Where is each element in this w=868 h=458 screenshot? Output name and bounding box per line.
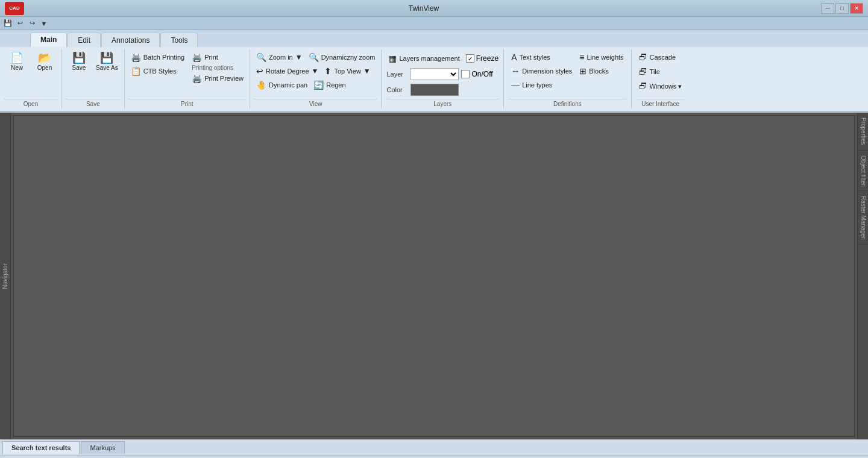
main-canvas[interactable] [13, 115, 855, 437]
open-section-label: Open [4, 99, 58, 107]
tab-annotations[interactable]: Annotations [101, 33, 160, 47]
blocks-icon: ⊞ [579, 66, 587, 76]
view-section-label: View [254, 99, 378, 107]
dynamic-zoom-button[interactable]: 🔍 Dynamiczny zoom [306, 51, 378, 64]
cascade-button[interactable]: 🗗 Cascade [637, 51, 685, 64]
top-view-button[interactable]: ⬆ Top View ▼ [322, 64, 373, 78]
toolbar-definitions-section: A Text styles ↔ Dimension styles — Line … [504, 49, 631, 108]
layer-select[interactable] [410, 68, 459, 80]
tab-bar: Main Edit Annotations Tools [0, 30, 868, 47]
tile-button[interactable]: 🗗 Tile [637, 65, 685, 78]
regen-icon: 🔄 [313, 80, 324, 90]
print-section-label: Print [128, 99, 246, 107]
definitions-section-label: Definitions [509, 99, 626, 107]
save-section-label: Save [66, 99, 121, 107]
bottom-tabs: Search text results Markups [0, 439, 868, 455]
freeze-label: Freeze [476, 54, 498, 63]
windows-button[interactable]: 🗗 Windows ▾ [637, 80, 685, 93]
batch-printing-button[interactable]: 🖨️ Batch Printing [128, 51, 187, 64]
toolbar-view-section: 🔍 Zoom in ▼ 🔍 Dynamiczny zoom ↩ Rotate D… [250, 49, 382, 108]
quick-access-toolbar: 💾 ↩ ↪ ▼ [0, 17, 868, 30]
text-styles-button[interactable]: A Text styles [509, 51, 574, 64]
window-controls: ─ □ ✕ [821, 3, 863, 14]
dynamic-zoom-icon: 🔍 [309, 52, 319, 62]
print-preview-icon: 🖨️ [192, 74, 202, 83]
tab-main[interactable]: Main [30, 33, 67, 47]
onoff-label: On/Off [471, 70, 492, 78]
save-button[interactable]: 💾 Save [66, 51, 92, 73]
color-row: Color [386, 83, 459, 97]
workspace: Navigator Properties Object filter Raste… [0, 113, 868, 439]
color-label: Color [386, 86, 408, 93]
toolbar-open-section: 📄 New 📂 Open Open [0, 49, 62, 108]
freeze-checkbox[interactable] [466, 54, 474, 63]
qa-dropdown-btn[interactable]: ▼ [39, 18, 49, 29]
right-panels: Properties Object filter Raster Manager [857, 113, 868, 439]
markups-tab[interactable]: Markups [81, 441, 124, 454]
close-button[interactable]: ✕ [850, 3, 863, 14]
open-icon: 📂 [38, 52, 51, 63]
toolbar-layers-section: ▦ Layers management Freeze Layer On/Off [382, 49, 504, 108]
tab-edit[interactable]: Edit [68, 33, 101, 47]
line-weights-icon: ≡ [579, 52, 584, 62]
rotate-degree-button[interactable]: ↩ Rotate Degree ▼ [254, 64, 321, 78]
freeze-checkbox-area[interactable]: Freeze [466, 54, 498, 63]
tab-tools[interactable]: Tools [160, 33, 198, 47]
cascade-icon: 🗗 [639, 52, 647, 62]
print-button[interactable]: 🖨️ Print [189, 51, 246, 64]
ctb-styles-button[interactable]: 📋 CTB Styles [128, 64, 187, 78]
ui-section-label: User Interface [637, 99, 685, 107]
toolbar-print-section: 🖨️ Batch Printing 📋 CTB Styles 🖨️ Print … [125, 49, 250, 108]
navigator-panel[interactable]: Navigator [0, 113, 11, 439]
navigator-label: Navigator [2, 263, 8, 289]
dynamic-pan-button[interactable]: 🤚 Dynamic pan [254, 78, 310, 92]
layer-label: Layer [386, 71, 408, 78]
zoom-in-button[interactable]: 🔍 Zoom in ▼ [254, 51, 305, 64]
minimize-button[interactable]: ─ [821, 3, 834, 14]
line-weights-button[interactable]: ≡ Line weights [577, 51, 626, 64]
maximize-button[interactable]: □ [835, 3, 849, 14]
title-bar: CAD TwinView ─ □ ✕ [0, 0, 868, 17]
new-icon: 📄 [10, 52, 24, 63]
qa-save-btn[interactable]: 💾 [2, 18, 13, 29]
raster-manager-panel-tab[interactable]: Raster Manager [858, 191, 868, 245]
toolbar: 📄 New 📂 Open Open 💾 Save 💾 Save As [0, 47, 868, 112]
print-left-col: 🖨️ Batch Printing 📋 CTB Styles [128, 51, 187, 78]
onoff-checkbox-area[interactable]: On/Off [461, 70, 492, 78]
open-button[interactable]: 📂 Open [31, 51, 58, 73]
onoff-checkbox[interactable] [461, 70, 470, 78]
app-logo: CAD [5, 2, 24, 15]
line-types-icon: — [511, 80, 520, 90]
printing-options-label: Printing options [189, 64, 246, 71]
save-as-button[interactable]: 💾 Save As [93, 51, 121, 73]
line-types-button[interactable]: — Line types [509, 78, 574, 92]
object-filter-panel-tab[interactable]: Object filter [858, 151, 868, 192]
new-button[interactable]: 📄 New [4, 51, 30, 73]
window-title: TwinView [27, 4, 821, 13]
layer-row: Layer On/Off [386, 67, 492, 81]
print-icon: 🖨️ [192, 52, 202, 62]
blocks-button[interactable]: ⊞ Blocks [577, 64, 626, 78]
ctb-icon: 📋 [131, 66, 141, 76]
ribbon: Main Edit Annotations Tools 📄 New 📂 Open [0, 30, 868, 113]
dimension-styles-icon: ↔ [511, 66, 520, 76]
regen-button[interactable]: 🔄 Regen [311, 78, 359, 92]
qa-redo-btn[interactable]: ↪ [27, 18, 37, 29]
text-styles-icon: A [511, 52, 517, 62]
rotate-icon: ↩ [256, 66, 263, 76]
toolbar-save-section: 💾 Save 💾 Save As Save [62, 49, 125, 108]
zoom-in-icon: 🔍 [256, 52, 266, 62]
print-preview-button[interactable]: 🖨️ Print Preview [189, 72, 246, 85]
layers-icon: ▦ [389, 54, 397, 63]
dimension-styles-button[interactable]: ↔ Dimension styles [509, 64, 574, 78]
color-picker[interactable] [410, 84, 459, 96]
qa-undo-btn[interactable]: ↩ [14, 18, 25, 29]
search-text-results-tab[interactable]: Search text results [2, 441, 80, 454]
windows-icon: 🗗 [639, 81, 647, 91]
batch-print-icon: 🖨️ [131, 52, 141, 62]
layers-management-button[interactable]: ▦ Layers management [386, 52, 462, 65]
save-as-icon: 💾 [100, 52, 113, 63]
properties-panel-tab[interactable]: Properties [858, 113, 868, 151]
tile-icon: 🗗 [639, 67, 647, 77]
pan-icon: 🤚 [256, 80, 266, 90]
